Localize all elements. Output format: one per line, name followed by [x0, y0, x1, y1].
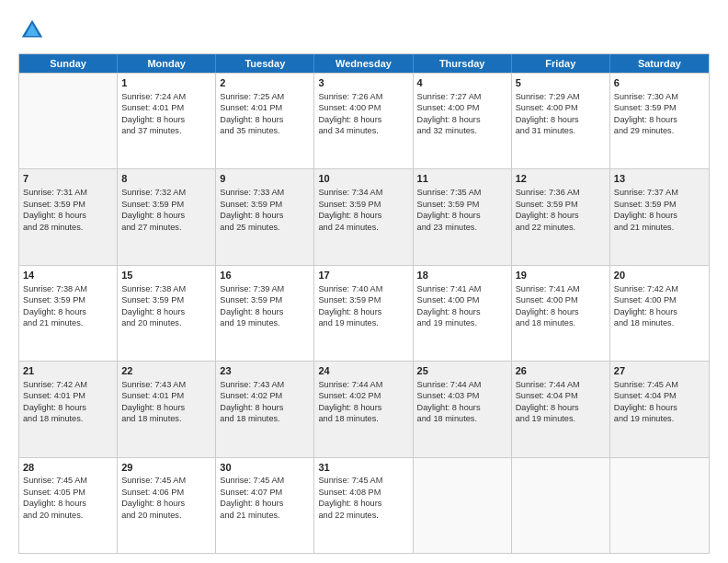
daylight-minutes: and 32 minutes. — [417, 125, 507, 136]
header — [18, 17, 710, 44]
sunrise-text: Sunrise: 7:39 AM — [220, 283, 310, 294]
daylight-text: Daylight: 8 hours — [220, 306, 310, 317]
daylight-text: Daylight: 8 hours — [614, 210, 705, 221]
sunset-text: Sunset: 4:01 PM — [121, 390, 211, 401]
sunrise-text: Sunrise: 7:41 AM — [417, 283, 507, 294]
sunset-text: Sunset: 4:04 PM — [516, 390, 606, 401]
daylight-minutes: and 18 minutes. — [121, 413, 211, 424]
sunrise-text: Sunrise: 7:45 AM — [220, 475, 310, 486]
sunset-text: Sunset: 3:59 PM — [121, 199, 211, 210]
daylight-minutes: and 21 minutes. — [220, 510, 310, 521]
daylight-minutes: and 22 minutes. — [516, 222, 606, 233]
weekday-header-sunday: Sunday — [19, 54, 118, 73]
daylight-minutes: and 29 minutes. — [614, 125, 705, 136]
day-number: 11 — [417, 172, 507, 186]
daylight-minutes: and 23 minutes. — [417, 222, 507, 233]
day-cell-28: 28Sunrise: 7:45 AMSunset: 4:05 PMDayligh… — [19, 458, 118, 553]
day-number: 27 — [614, 364, 705, 378]
day-number: 23 — [220, 364, 310, 378]
daylight-minutes: and 19 minutes. — [516, 413, 606, 424]
day-number: 4 — [417, 76, 507, 90]
day-number: 31 — [318, 461, 408, 475]
day-number: 1 — [121, 76, 211, 90]
day-cell-31: 31Sunrise: 7:45 AMSunset: 4:08 PMDayligh… — [314, 458, 413, 553]
sunrise-text: Sunrise: 7:24 AM — [121, 91, 211, 102]
daylight-text: Daylight: 8 hours — [121, 402, 211, 413]
day-number: 28 — [23, 461, 113, 475]
day-number: 6 — [614, 76, 705, 90]
daylight-text: Daylight: 8 hours — [23, 306, 113, 317]
day-cell-12: 12Sunrise: 7:36 AMSunset: 3:59 PMDayligh… — [512, 169, 610, 264]
sunset-text: Sunset: 4:01 PM — [23, 390, 113, 401]
daylight-text: Daylight: 8 hours — [121, 114, 211, 125]
daylight-minutes: and 21 minutes. — [23, 317, 113, 328]
weekday-header-tuesday: Tuesday — [216, 54, 314, 73]
day-number: 24 — [318, 364, 408, 378]
daylight-minutes: and 18 minutes. — [220, 413, 310, 424]
daylight-text: Daylight: 8 hours — [121, 210, 211, 221]
sunset-text: Sunset: 3:59 PM — [516, 199, 606, 210]
day-number: 19 — [516, 269, 606, 282]
daylight-minutes: and 28 minutes. — [23, 222, 113, 233]
sunset-text: Sunset: 3:59 PM — [23, 199, 113, 210]
day-cell-27: 27Sunrise: 7:45 AMSunset: 4:04 PMDayligh… — [610, 362, 709, 456]
sunrise-text: Sunrise: 7:32 AM — [121, 187, 211, 198]
daylight-text: Daylight: 8 hours — [516, 306, 606, 317]
daylight-text: Daylight: 8 hours — [220, 402, 310, 413]
sunrise-text: Sunrise: 7:45 AM — [318, 475, 408, 486]
daylight-text: Daylight: 8 hours — [417, 114, 507, 125]
daylight-minutes: and 34 minutes. — [318, 125, 408, 136]
sunset-text: Sunset: 3:59 PM — [220, 294, 310, 305]
sunset-text: Sunset: 4:03 PM — [417, 390, 507, 401]
sunset-text: Sunset: 3:59 PM — [417, 199, 507, 210]
day-number: 7 — [23, 172, 113, 186]
daylight-text: Daylight: 8 hours — [121, 498, 211, 509]
daylight-text: Daylight: 8 hours — [318, 210, 408, 221]
daylight-minutes: and 18 minutes. — [318, 413, 408, 424]
daylight-minutes: and 18 minutes. — [516, 317, 606, 328]
sunset-text: Sunset: 4:02 PM — [220, 390, 310, 401]
day-cell-30: 30Sunrise: 7:45 AMSunset: 4:07 PMDayligh… — [216, 458, 314, 553]
sunset-text: Sunset: 4:00 PM — [417, 294, 507, 305]
weekday-header-wednesday: Wednesday — [314, 54, 413, 73]
day-number: 8 — [121, 172, 211, 186]
sunrise-text: Sunrise: 7:29 AM — [516, 91, 606, 102]
daylight-text: Daylight: 8 hours — [614, 306, 705, 317]
day-cell-9: 9Sunrise: 7:33 AMSunset: 3:59 PMDaylight… — [216, 169, 314, 264]
day-number: 29 — [121, 461, 211, 475]
daylight-text: Daylight: 8 hours — [318, 306, 408, 317]
weekday-header-saturday: Saturday — [610, 54, 709, 73]
sunrise-text: Sunrise: 7:36 AM — [516, 187, 606, 198]
daylight-minutes: and 20 minutes. — [121, 317, 211, 328]
daylight-minutes: and 20 minutes. — [23, 510, 113, 521]
daylight-text: Daylight: 8 hours — [516, 114, 606, 125]
sunset-text: Sunset: 3:59 PM — [614, 102, 705, 113]
daylight-minutes: and 20 minutes. — [121, 510, 211, 521]
day-cell-23: 23Sunrise: 7:43 AMSunset: 4:02 PMDayligh… — [216, 362, 314, 456]
sunset-text: Sunset: 4:05 PM — [23, 487, 113, 498]
sunrise-text: Sunrise: 7:43 AM — [220, 379, 310, 390]
calendar-row: 14Sunrise: 7:38 AMSunset: 3:59 PMDayligh… — [19, 265, 709, 361]
daylight-text: Daylight: 8 hours — [417, 306, 507, 317]
sunrise-text: Sunrise: 7:45 AM — [23, 475, 113, 486]
daylight-minutes: and 25 minutes. — [220, 222, 310, 233]
daylight-minutes: and 19 minutes. — [417, 317, 507, 328]
day-cell-21: 21Sunrise: 7:42 AMSunset: 4:01 PMDayligh… — [19, 362, 118, 456]
daylight-text: Daylight: 8 hours — [614, 114, 705, 125]
day-number: 13 — [614, 172, 705, 186]
daylight-minutes: and 18 minutes. — [23, 413, 113, 424]
page: SundayMondayTuesdayWednesdayThursdayFrid… — [0, 0, 728, 563]
calendar-row: 7Sunrise: 7:31 AMSunset: 3:59 PMDaylight… — [19, 168, 709, 264]
day-number: 25 — [417, 364, 507, 378]
daylight-minutes: and 35 minutes. — [220, 125, 310, 136]
sunset-text: Sunset: 4:07 PM — [220, 487, 310, 498]
empty-cell — [414, 458, 512, 553]
sunset-text: Sunset: 3:59 PM — [121, 294, 211, 305]
sunset-text: Sunset: 4:01 PM — [220, 102, 310, 113]
sunrise-text: Sunrise: 7:33 AM — [220, 187, 310, 198]
daylight-minutes: and 37 minutes. — [121, 125, 211, 136]
sunrise-text: Sunrise: 7:45 AM — [614, 379, 705, 390]
daylight-minutes: and 19 minutes. — [614, 413, 705, 424]
day-cell-17: 17Sunrise: 7:40 AMSunset: 3:59 PMDayligh… — [314, 266, 413, 361]
day-cell-7: 7Sunrise: 7:31 AMSunset: 3:59 PMDaylight… — [19, 169, 118, 264]
